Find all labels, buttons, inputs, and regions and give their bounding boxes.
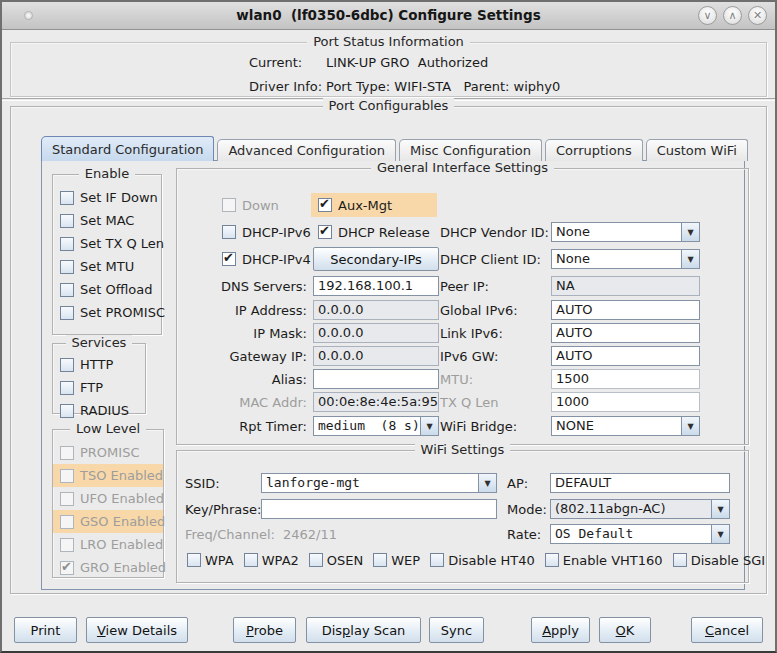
ap-input[interactable]: DEFAULT [550, 473, 730, 493]
checkbox-dhcp-ipv6[interactable]: DHCP-IPv6 [222, 222, 311, 242]
link-ipv6-input[interactable]: AUTO [551, 323, 700, 343]
chevron-down-icon[interactable]: ▼ [711, 524, 730, 544]
minimize-icon[interactable]: ∨ [698, 6, 717, 25]
freq-channel-label: Freq/Channel: [185, 527, 275, 542]
secondary-ips-button[interactable]: Secondary-IPs [313, 247, 439, 271]
mac-addr-label: MAC Addr: [183, 395, 307, 410]
checkbox-box [373, 553, 387, 567]
port-configurables-group: Port Configurables Standard Configuratio… [10, 106, 767, 594]
dhcp-client-id-combo[interactable]: None▼ [551, 249, 700, 269]
apply-button[interactable]: Apply [531, 617, 590, 643]
peer-ip-field: NA [551, 276, 700, 296]
checkbox-http[interactable]: HTTP [53, 353, 145, 376]
checkbox-dhcp-ipv4[interactable]: DHCP-IPv4 [222, 249, 311, 269]
checkbox-set-promisc[interactable]: Set PROMISC [53, 301, 161, 324]
chevron-down-icon[interactable]: ▼ [681, 249, 700, 269]
tab-standard-configuration[interactable]: Standard Configuration [41, 136, 214, 161]
checkbox-set-if-down[interactable]: Set IF Down [53, 186, 161, 209]
checkbox-ftp[interactable]: FTP [53, 376, 145, 399]
checkbox-box [222, 225, 236, 239]
ipv6-gw-input[interactable]: AUTO [551, 346, 700, 366]
tab-corruptions[interactable]: Corruptions [545, 139, 643, 161]
view-details-button[interactable]: View Details [86, 617, 188, 643]
cancel-button[interactable]: Cancel [691, 617, 763, 643]
configure-settings-window: wlan0 (lf0350-6dbc) Configure Settings ∨… [0, 0, 777, 653]
checkbox-box [60, 404, 74, 418]
checkbox-box [244, 553, 258, 567]
checkbox-box [222, 252, 236, 266]
button-label: Sync [441, 623, 472, 638]
port-status-row-current: Current: LINK-UP GRO Authorized [11, 55, 766, 73]
checkbox-wpa2[interactable]: WPA2 [244, 550, 299, 570]
checkbox-set-mac[interactable]: Set MAC [53, 209, 161, 232]
tab-advanced-configuration[interactable]: Advanced Configuration [217, 139, 396, 161]
port-status-row-driver: Driver Info: Port Type: WIFI-STA Parent:… [11, 79, 766, 97]
button-label: ancel [714, 623, 749, 638]
mtu-input[interactable]: 1500 [551, 369, 700, 389]
checkbox-box [309, 553, 323, 567]
checkbox-set-tx-q-len[interactable]: Set TX Q Len [53, 232, 161, 255]
checkbox-gso-enabled: GSO Enabled [53, 510, 163, 533]
checkbox-radius[interactable]: RADIUS [53, 399, 145, 422]
driver-info-value: Port Type: WIFI-STA Parent: wiphy0 [326, 79, 560, 94]
gateway-ip-field: 0.0.0.0 [313, 346, 439, 366]
checkbox-set-offload[interactable]: Set Offload [53, 278, 161, 301]
chevron-down-icon[interactable]: ▼ [681, 416, 700, 436]
chevron-down-icon[interactable]: ▼ [420, 416, 439, 436]
ip-address-label: IP Address: [183, 303, 307, 318]
ssid-combo[interactable]: lanforge-mgt▼ [261, 473, 497, 493]
checkbox-box [60, 469, 74, 483]
dns-servers-input[interactable]: 192.168.100.1 [313, 276, 439, 296]
chevron-down-icon[interactable]: ▼ [711, 499, 730, 519]
chevron-down-icon[interactable]: ▼ [478, 473, 497, 493]
gateway-ip-label: Gateway IP: [183, 349, 307, 364]
checkbox-enable-vht160[interactable]: Enable VHT160 [545, 550, 663, 570]
alias-input[interactable] [313, 369, 439, 389]
tab-custom-wifi[interactable]: Custom WiFi [646, 139, 748, 161]
button-label: P [246, 623, 254, 638]
wifi-security-checkboxes: WPA WPA2 OSEN WEP Disable HT40 Enable VH… [187, 550, 744, 570]
low-level-group-title: Low Level [70, 421, 146, 436]
checkbox-wpa[interactable]: WPA [187, 550, 234, 570]
general-interface-settings-group: General Interface Settings Down Aux-Mgt … [176, 168, 749, 445]
rate-combo[interactable]: OS Default▼ [550, 524, 730, 544]
checkbox-disable-sgi[interactable]: Disable SGI [673, 550, 766, 570]
aux-mgt-highlight: Aux-Mgt [311, 193, 437, 217]
close-icon[interactable]: ✕ [748, 6, 767, 25]
tab-misc-configuration[interactable]: Misc Configuration [399, 139, 542, 161]
dhcp-vendor-id-combo[interactable]: None▼ [551, 222, 700, 242]
ap-label: AP: [507, 476, 528, 491]
checkbox-aux-mgt[interactable]: Aux-Mgt [311, 193, 437, 217]
checkbox-box [60, 538, 74, 552]
display-scan-button[interactable]: Display Scan [306, 617, 421, 643]
tx-q-len-input[interactable]: 1000 [551, 392, 700, 412]
checkbox-wep[interactable]: WEP [373, 550, 420, 570]
checkbox-dhcp-release[interactable]: DHCP Release [318, 222, 430, 242]
checkbox-box [60, 492, 74, 506]
freq-channel-value: 2462/11 [283, 527, 337, 542]
titlebar[interactable]: wlan0 (lf0350-6dbc) Configure Settings ∨… [2, 2, 775, 30]
checkbox-lro-enabled: LRO Enabled [53, 533, 163, 556]
key-phrase-input[interactable] [261, 499, 497, 519]
print-button[interactable]: Print [14, 617, 77, 643]
rpt-timer-combo[interactable]: medium (8 s)▼ [313, 416, 439, 436]
checkbox-disable-ht40[interactable]: Disable HT40 [430, 550, 535, 570]
mode-combo[interactable]: (802.11abgn-AC)▼ [550, 499, 730, 519]
checkbox-set-mtu[interactable]: Set MTU [53, 255, 161, 278]
maximize-icon[interactable]: ∧ [723, 6, 742, 25]
sync-button[interactable]: Sync [429, 617, 484, 643]
checkbox-osen[interactable]: OSEN [309, 550, 363, 570]
button-label: lay Scan [350, 623, 405, 638]
mac-addr-field: 00:0e:8e:4e:5a:95 [313, 392, 439, 412]
alias-label: Alias: [183, 372, 307, 387]
wifi-bridge-combo[interactable]: NONE▼ [551, 416, 700, 436]
checkbox-box [430, 553, 444, 567]
checkbox-box [60, 561, 74, 575]
chevron-down-icon[interactable]: ▼ [681, 222, 700, 242]
ok-button[interactable]: OK [599, 617, 651, 643]
general-interface-settings-title: General Interface Settings [371, 160, 554, 175]
probe-button[interactable]: Probe [233, 617, 296, 643]
checkbox-box [60, 283, 74, 297]
global-ipv6-input[interactable]: AUTO [551, 300, 700, 320]
button-label: Dis [322, 623, 342, 638]
